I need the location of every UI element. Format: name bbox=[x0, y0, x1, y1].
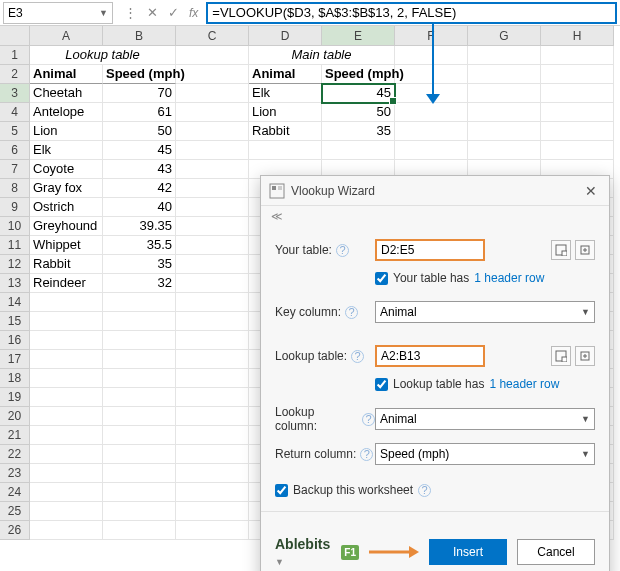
cell[interactable] bbox=[541, 141, 614, 160]
cell[interactable]: 61 bbox=[103, 103, 176, 122]
cell[interactable]: Reindeer bbox=[30, 274, 103, 293]
cell[interactable] bbox=[103, 388, 176, 407]
cell[interactable] bbox=[395, 122, 468, 141]
row-header[interactable]: 2 bbox=[0, 65, 30, 84]
cancel-button[interactable]: Cancel bbox=[517, 539, 595, 565]
row-header[interactable]: 13 bbox=[0, 274, 30, 293]
row-header[interactable]: 5 bbox=[0, 122, 30, 141]
cell[interactable] bbox=[176, 217, 249, 236]
cell[interactable] bbox=[103, 312, 176, 331]
cell[interactable] bbox=[103, 483, 176, 502]
help-icon[interactable]: ? bbox=[336, 244, 349, 257]
cell[interactable] bbox=[30, 445, 103, 464]
confirm-icon[interactable]: ✓ bbox=[168, 5, 179, 20]
cell[interactable] bbox=[468, 84, 541, 103]
col-header[interactable]: C bbox=[176, 26, 249, 46]
cell[interactable] bbox=[322, 141, 395, 160]
col-header[interactable]: D bbox=[249, 26, 322, 46]
cell[interactable] bbox=[176, 46, 249, 65]
row-header[interactable]: 21 bbox=[0, 426, 30, 445]
row-header[interactable]: 24 bbox=[0, 483, 30, 502]
cell[interactable]: Lion bbox=[249, 103, 322, 122]
cell[interactable] bbox=[176, 388, 249, 407]
cell[interactable] bbox=[176, 179, 249, 198]
cell[interactable] bbox=[176, 122, 249, 141]
cell[interactable] bbox=[176, 236, 249, 255]
name-box-dropdown-icon[interactable]: ▼ bbox=[99, 8, 108, 18]
select-range-icon[interactable] bbox=[551, 240, 571, 260]
cell[interactable] bbox=[176, 502, 249, 521]
cell[interactable] bbox=[249, 141, 322, 160]
cell[interactable] bbox=[30, 483, 103, 502]
cell[interactable] bbox=[541, 122, 614, 141]
help-icon[interactable]: ? bbox=[362, 413, 375, 426]
help-icon[interactable]: ? bbox=[418, 484, 431, 497]
row-header[interactable]: 25 bbox=[0, 502, 30, 521]
row-header[interactable]: 7 bbox=[0, 160, 30, 179]
cell[interactable] bbox=[176, 350, 249, 369]
row-header[interactable]: 10 bbox=[0, 217, 30, 236]
name-box[interactable]: E3 ▼ bbox=[3, 2, 113, 24]
row-header[interactable]: 3 bbox=[0, 84, 30, 103]
help-icon[interactable]: ? bbox=[345, 306, 358, 319]
cell[interactable] bbox=[30, 407, 103, 426]
row-header[interactable]: 16 bbox=[0, 331, 30, 350]
row-header[interactable]: 11 bbox=[0, 236, 30, 255]
cell[interactable]: Speed (mph) bbox=[103, 65, 176, 84]
cell[interactable] bbox=[103, 369, 176, 388]
cell[interactable]: Rabbit bbox=[30, 255, 103, 274]
cell[interactable] bbox=[176, 312, 249, 331]
cell[interactable] bbox=[176, 369, 249, 388]
cell[interactable]: 35 bbox=[322, 122, 395, 141]
select-lookup-column[interactable]: Animal▼ bbox=[375, 408, 595, 430]
row-header[interactable]: 17 bbox=[0, 350, 30, 369]
cell[interactable] bbox=[176, 407, 249, 426]
cell[interactable]: 40 bbox=[103, 198, 176, 217]
select-range-icon[interactable] bbox=[551, 346, 571, 366]
cell[interactable] bbox=[103, 331, 176, 350]
cell[interactable] bbox=[176, 160, 249, 179]
cell[interactable] bbox=[103, 521, 176, 540]
cell[interactable] bbox=[176, 426, 249, 445]
cell[interactable] bbox=[176, 274, 249, 293]
cell[interactable]: Antelope bbox=[30, 103, 103, 122]
cell[interactable] bbox=[103, 426, 176, 445]
f1-badge[interactable]: F1 bbox=[341, 545, 359, 560]
checkbox-lookup-table-header[interactable] bbox=[375, 378, 388, 391]
cell[interactable]: 50 bbox=[103, 122, 176, 141]
cell[interactable] bbox=[541, 65, 614, 84]
cell[interactable] bbox=[176, 255, 249, 274]
cell[interactable] bbox=[30, 312, 103, 331]
cell[interactable] bbox=[30, 350, 103, 369]
row-header[interactable]: 20 bbox=[0, 407, 30, 426]
select-return-column[interactable]: Speed (mph)▼ bbox=[375, 443, 595, 465]
checkbox-your-table-header[interactable] bbox=[375, 272, 388, 285]
cell[interactable] bbox=[541, 103, 614, 122]
cancel-icon[interactable]: ✕ bbox=[147, 5, 158, 20]
cell[interactable]: 35.5 bbox=[103, 236, 176, 255]
row-header[interactable]: 19 bbox=[0, 388, 30, 407]
cell[interactable] bbox=[395, 103, 468, 122]
row-header[interactable]: 18 bbox=[0, 369, 30, 388]
cell[interactable] bbox=[541, 46, 614, 65]
expand-range-icon[interactable] bbox=[575, 346, 595, 366]
input-your-table[interactable]: D2:E5 bbox=[375, 239, 485, 261]
corner-cell[interactable] bbox=[0, 26, 30, 46]
cell[interactable]: Rabbit bbox=[249, 122, 322, 141]
row-header[interactable]: 9 bbox=[0, 198, 30, 217]
cell[interactable]: 32 bbox=[103, 274, 176, 293]
cell[interactable] bbox=[103, 293, 176, 312]
cell[interactable]: Elk bbox=[249, 84, 322, 103]
cell[interactable] bbox=[541, 84, 614, 103]
cell[interactable]: Speed (mph) bbox=[322, 65, 395, 84]
cell[interactable] bbox=[468, 141, 541, 160]
wizard-back-icon[interactable]: ≪ bbox=[261, 206, 609, 227]
cell[interactable] bbox=[176, 483, 249, 502]
cell[interactable] bbox=[30, 293, 103, 312]
cell[interactable]: Lion bbox=[30, 122, 103, 141]
row-header[interactable]: 14 bbox=[0, 293, 30, 312]
col-header[interactable]: B bbox=[103, 26, 176, 46]
header-row-link[interactable]: 1 header row bbox=[489, 377, 559, 391]
cell[interactable]: Gray fox bbox=[30, 179, 103, 198]
cell[interactable] bbox=[30, 331, 103, 350]
